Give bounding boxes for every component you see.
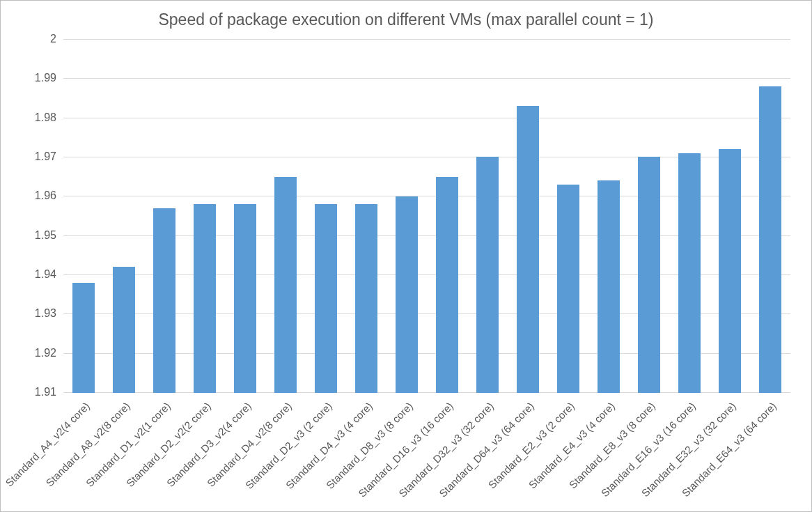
bar bbox=[315, 204, 337, 393]
x-label-slot: Standard_E64_v3 (64 core) bbox=[750, 394, 790, 511]
bar-slot bbox=[346, 39, 387, 393]
bar bbox=[517, 106, 539, 393]
y-tick-label: 1.92 bbox=[35, 347, 63, 359]
bar-slot bbox=[225, 39, 265, 393]
y-tick-label: 1.97 bbox=[35, 150, 63, 163]
bar bbox=[678, 153, 701, 393]
bar-slot bbox=[427, 39, 467, 393]
bar bbox=[234, 204, 256, 393]
bar bbox=[476, 157, 499, 393]
bar-slot bbox=[750, 39, 790, 393]
y-tick-label: 1.96 bbox=[35, 189, 63, 202]
bar-slot bbox=[185, 39, 225, 393]
bar-slot bbox=[104, 39, 144, 393]
bar-slot bbox=[63, 39, 104, 393]
bar bbox=[436, 177, 458, 393]
bar-slot bbox=[508, 39, 548, 393]
bar bbox=[719, 149, 741, 393]
bar bbox=[598, 180, 620, 393]
bar bbox=[557, 185, 579, 393]
bar-slot bbox=[467, 39, 508, 393]
bar bbox=[396, 196, 418, 393]
x-axis-labels: Standard_A4_v2(4 core)Standard_A8_v2(8 c… bbox=[63, 394, 790, 511]
bar bbox=[194, 204, 216, 393]
y-tick-label: 2 bbox=[50, 33, 63, 45]
y-tick-label: 1.95 bbox=[35, 229, 63, 242]
plot-area: 1.911.921.931.941.951.961.971.981.992 bbox=[63, 39, 790, 393]
y-tick-label: 1.91 bbox=[35, 386, 63, 398]
bar-slot bbox=[669, 39, 710, 393]
y-tick-label: 1.94 bbox=[35, 268, 63, 281]
bar-slot bbox=[548, 39, 588, 393]
y-tick-label: 1.93 bbox=[35, 307, 63, 320]
bar bbox=[72, 283, 95, 393]
chart-container: Speed of package execution on different … bbox=[0, 0, 812, 512]
bar-slot bbox=[144, 39, 185, 393]
y-tick-label: 1.98 bbox=[35, 111, 63, 124]
y-tick-label: 1.99 bbox=[35, 72, 63, 84]
bar-slot bbox=[265, 39, 306, 393]
bar-slot bbox=[629, 39, 669, 393]
bar-slot bbox=[710, 39, 750, 393]
bar bbox=[153, 208, 175, 393]
bar-slot bbox=[588, 39, 629, 393]
bar bbox=[274, 177, 297, 393]
chart-title: Speed of package execution on different … bbox=[1, 1, 811, 33]
bar bbox=[638, 157, 660, 393]
bar-slot bbox=[387, 39, 427, 393]
bar bbox=[759, 86, 781, 393]
bar-slot bbox=[306, 39, 346, 393]
bar bbox=[113, 267, 135, 393]
bar bbox=[355, 204, 377, 393]
